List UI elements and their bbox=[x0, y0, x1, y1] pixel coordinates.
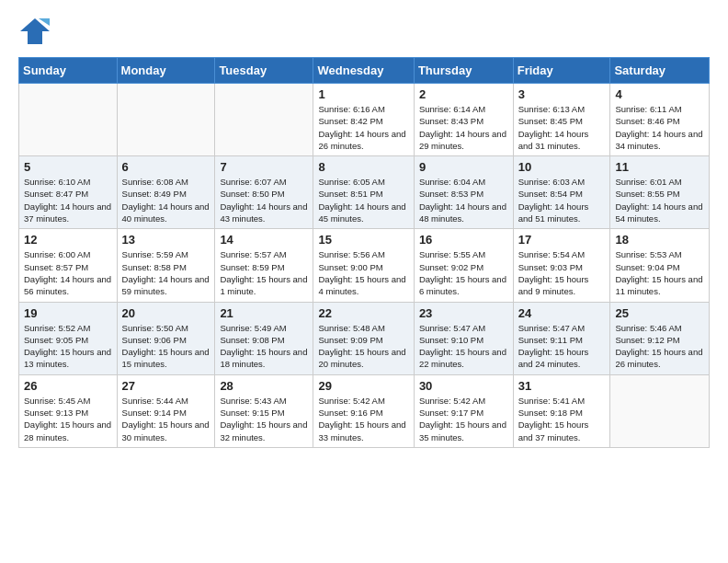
calendar-week-4: 26Sunrise: 5:45 AMSunset: 9:13 PMDayligh… bbox=[19, 374, 710, 447]
calendar-cell-4-5: 31Sunrise: 5:41 AMSunset: 9:18 PMDayligh… bbox=[513, 374, 610, 447]
day-info: Sunrise: 5:50 AMSunset: 9:06 PMDaylight:… bbox=[122, 322, 210, 371]
day-number: 31 bbox=[518, 379, 606, 393]
calendar-cell-0-2 bbox=[215, 84, 313, 156]
day-info: Sunrise: 5:42 AMSunset: 9:16 PMDaylight:… bbox=[318, 395, 408, 443]
calendar-cell-2-0: 12Sunrise: 6:00 AMSunset: 8:57 PMDayligh… bbox=[19, 229, 118, 302]
calendar-cell-2-4: 16Sunrise: 5:55 AMSunset: 9:02 PMDayligh… bbox=[414, 229, 513, 302]
day-number: 1 bbox=[318, 87, 408, 101]
day-info: Sunrise: 6:04 AMSunset: 8:53 PMDaylight:… bbox=[419, 176, 508, 224]
day-number: 2 bbox=[419, 87, 508, 101]
calendar-cell-0-1 bbox=[117, 84, 215, 156]
calendar-cell-1-3: 8Sunrise: 6:05 AMSunset: 8:51 PMDaylight… bbox=[313, 156, 414, 229]
day-info: Sunrise: 5:46 AMSunset: 9:12 PMDaylight:… bbox=[615, 322, 704, 371]
calendar-week-2: 12Sunrise: 6:00 AMSunset: 8:57 PMDayligh… bbox=[19, 229, 710, 302]
day-info: Sunrise: 5:52 AMSunset: 9:05 PMDaylight:… bbox=[24, 322, 112, 371]
day-info: Sunrise: 5:53 AMSunset: 9:04 PMDaylight:… bbox=[615, 248, 704, 297]
calendar-cell-3-1: 20Sunrise: 5:50 AMSunset: 9:06 PMDayligh… bbox=[117, 302, 215, 374]
day-number: 24 bbox=[518, 306, 606, 320]
calendar-header-tuesday: Tuesday bbox=[215, 58, 313, 84]
day-info: Sunrise: 5:43 AMSunset: 9:15 PMDaylight:… bbox=[220, 395, 308, 443]
day-number: 7 bbox=[220, 160, 308, 174]
day-info: Sunrise: 5:48 AMSunset: 9:09 PMDaylight:… bbox=[318, 322, 408, 371]
day-info: Sunrise: 6:07 AMSunset: 8:50 PMDaylight:… bbox=[220, 176, 308, 224]
day-number: 9 bbox=[419, 160, 508, 174]
day-info: Sunrise: 5:57 AMSunset: 8:59 PMDaylight:… bbox=[220, 248, 308, 297]
day-number: 27 bbox=[122, 379, 210, 393]
day-number: 25 bbox=[615, 306, 704, 320]
day-number: 16 bbox=[419, 233, 508, 247]
day-number: 5 bbox=[24, 160, 112, 174]
day-info: Sunrise: 6:05 AMSunset: 8:51 PMDaylight:… bbox=[318, 176, 408, 224]
calendar-cell-0-6: 4Sunrise: 6:11 AMSunset: 8:46 PMDaylight… bbox=[610, 84, 710, 156]
day-number: 4 bbox=[615, 87, 704, 101]
day-info: Sunrise: 5:44 AMSunset: 9:14 PMDaylight:… bbox=[122, 395, 210, 443]
day-info: Sunrise: 5:45 AMSunset: 9:13 PMDaylight:… bbox=[24, 395, 112, 443]
calendar-cell-0-4: 2Sunrise: 6:14 AMSunset: 8:43 PMDaylight… bbox=[414, 84, 513, 156]
day-info: Sunrise: 6:14 AMSunset: 8:43 PMDaylight:… bbox=[419, 103, 508, 152]
calendar-cell-0-5: 3Sunrise: 6:13 AMSunset: 8:45 PMDaylight… bbox=[513, 84, 610, 156]
calendar-header-thursday: Thursday bbox=[414, 58, 513, 84]
day-info: Sunrise: 5:41 AMSunset: 9:18 PMDaylight:… bbox=[518, 395, 606, 443]
calendar-header-wednesday: Wednesday bbox=[313, 58, 414, 84]
day-info: Sunrise: 5:47 AMSunset: 9:10 PMDaylight:… bbox=[419, 322, 508, 371]
calendar-header-saturday: Saturday bbox=[610, 58, 710, 84]
calendar-cell-4-4: 30Sunrise: 5:42 AMSunset: 9:17 PMDayligh… bbox=[414, 374, 513, 447]
day-number: 8 bbox=[318, 160, 408, 174]
day-number: 23 bbox=[419, 306, 508, 320]
calendar-header-sunday: Sunday bbox=[19, 58, 118, 84]
day-info: Sunrise: 6:13 AMSunset: 8:45 PMDaylight:… bbox=[518, 103, 606, 152]
day-number: 21 bbox=[220, 306, 308, 320]
day-number: 26 bbox=[24, 379, 112, 393]
calendar-cell-4-6 bbox=[610, 374, 710, 447]
day-info: Sunrise: 6:11 AMSunset: 8:46 PMDaylight:… bbox=[615, 103, 704, 152]
calendar-header-row: SundayMondayTuesdayWednesdayThursdayFrid… bbox=[19, 58, 710, 84]
day-number: 29 bbox=[318, 379, 408, 393]
calendar-week-0: 1Sunrise: 6:16 AMSunset: 8:42 PMDaylight… bbox=[19, 84, 710, 156]
calendar-cell-0-3: 1Sunrise: 6:16 AMSunset: 8:42 PMDaylight… bbox=[313, 84, 414, 156]
day-number: 11 bbox=[615, 160, 704, 174]
day-number: 15 bbox=[318, 233, 408, 247]
day-number: 3 bbox=[518, 87, 606, 101]
calendar-cell-0-0 bbox=[19, 84, 118, 156]
calendar-cell-2-2: 14Sunrise: 5:57 AMSunset: 8:59 PMDayligh… bbox=[215, 229, 313, 302]
header bbox=[18, 15, 710, 48]
calendar-table: SundayMondayTuesdayWednesdayThursdayFrid… bbox=[18, 57, 710, 448]
calendar-cell-3-0: 19Sunrise: 5:52 AMSunset: 9:05 PMDayligh… bbox=[19, 302, 118, 374]
calendar-cell-4-3: 29Sunrise: 5:42 AMSunset: 9:16 PMDayligh… bbox=[313, 374, 414, 447]
calendar-cell-1-1: 6Sunrise: 6:08 AMSunset: 8:49 PMDaylight… bbox=[117, 156, 215, 229]
calendar-cell-2-5: 17Sunrise: 5:54 AMSunset: 9:03 PMDayligh… bbox=[513, 229, 610, 302]
calendar-cell-2-3: 15Sunrise: 5:56 AMSunset: 9:00 PMDayligh… bbox=[313, 229, 414, 302]
calendar-cell-1-5: 10Sunrise: 6:03 AMSunset: 8:54 PMDayligh… bbox=[513, 156, 610, 229]
day-number: 12 bbox=[24, 233, 112, 247]
day-info: Sunrise: 6:10 AMSunset: 8:47 PMDaylight:… bbox=[24, 176, 112, 224]
logo bbox=[18, 15, 55, 48]
day-number: 28 bbox=[220, 379, 308, 393]
calendar-week-1: 5Sunrise: 6:10 AMSunset: 8:47 PMDaylight… bbox=[19, 156, 710, 229]
calendar-cell-1-0: 5Sunrise: 6:10 AMSunset: 8:47 PMDaylight… bbox=[19, 156, 118, 229]
day-number: 30 bbox=[419, 379, 508, 393]
calendar-cell-1-4: 9Sunrise: 6:04 AMSunset: 8:53 PMDaylight… bbox=[414, 156, 513, 229]
day-info: Sunrise: 6:00 AMSunset: 8:57 PMDaylight:… bbox=[24, 248, 112, 297]
calendar-cell-1-6: 11Sunrise: 6:01 AMSunset: 8:55 PMDayligh… bbox=[610, 156, 710, 229]
day-number: 17 bbox=[518, 233, 606, 247]
calendar-cell-2-1: 13Sunrise: 5:59 AMSunset: 8:58 PMDayligh… bbox=[117, 229, 215, 302]
calendar-header-monday: Monday bbox=[117, 58, 215, 84]
day-info: Sunrise: 6:03 AMSunset: 8:54 PMDaylight:… bbox=[518, 176, 606, 224]
calendar-cell-3-3: 22Sunrise: 5:48 AMSunset: 9:09 PMDayligh… bbox=[313, 302, 414, 374]
day-number: 20 bbox=[122, 306, 210, 320]
day-number: 13 bbox=[122, 233, 210, 247]
day-number: 6 bbox=[122, 160, 210, 174]
calendar-cell-2-6: 18Sunrise: 5:53 AMSunset: 9:04 PMDayligh… bbox=[610, 229, 710, 302]
day-info: Sunrise: 6:01 AMSunset: 8:55 PMDaylight:… bbox=[615, 176, 704, 224]
page: SundayMondayTuesdayWednesdayThursdayFrid… bbox=[0, 0, 728, 463]
day-info: Sunrise: 5:54 AMSunset: 9:03 PMDaylight:… bbox=[518, 248, 606, 297]
day-info: Sunrise: 5:47 AMSunset: 9:11 PMDaylight:… bbox=[518, 322, 606, 371]
day-number: 18 bbox=[615, 233, 704, 247]
calendar-cell-3-5: 24Sunrise: 5:47 AMSunset: 9:11 PMDayligh… bbox=[513, 302, 610, 374]
calendar-cell-3-6: 25Sunrise: 5:46 AMSunset: 9:12 PMDayligh… bbox=[610, 302, 710, 374]
day-info: Sunrise: 5:42 AMSunset: 9:17 PMDaylight:… bbox=[419, 395, 508, 443]
calendar-cell-1-2: 7Sunrise: 6:07 AMSunset: 8:50 PMDaylight… bbox=[215, 156, 313, 229]
day-number: 19 bbox=[24, 306, 112, 320]
day-info: Sunrise: 5:56 AMSunset: 9:00 PMDaylight:… bbox=[318, 248, 408, 297]
day-info: Sunrise: 6:16 AMSunset: 8:42 PMDaylight:… bbox=[318, 103, 408, 152]
